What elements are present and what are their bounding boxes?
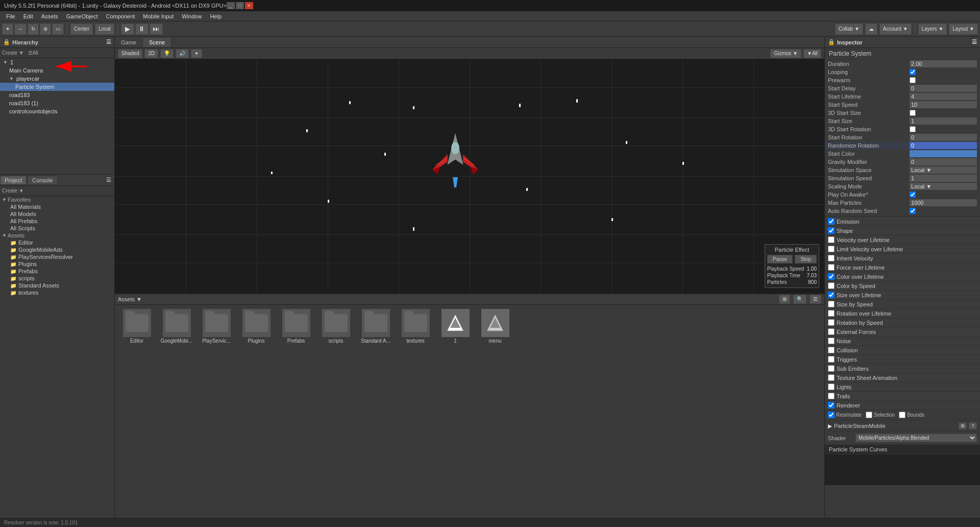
prop-start-size-value[interactable]: 1 bbox=[910, 117, 977, 125]
section-external-forces[interactable]: External Forces bbox=[825, 327, 980, 336]
section-size-by-speed[interactable]: Size by Speed bbox=[825, 299, 980, 308]
section-rotation-by-speed[interactable]: Rotation by Speed bbox=[825, 318, 980, 327]
asset-scripts[interactable]: scripts bbox=[318, 309, 354, 344]
assets-settings-btn[interactable]: ☰ bbox=[810, 295, 821, 304]
component-settings-btn[interactable]: ⚙ bbox=[959, 422, 967, 429]
collision-checkbox[interactable] bbox=[828, 347, 835, 353]
prop-play-on-awake-checkbox[interactable] bbox=[910, 191, 916, 198]
account-button[interactable]: Account ▼ bbox=[879, 23, 912, 35]
menu-file[interactable]: File bbox=[2, 12, 19, 20]
asset-standard[interactable]: Standard A... bbox=[358, 309, 394, 344]
asset-playservices[interactable]: PlayServic... bbox=[199, 309, 234, 344]
hierarchy-create-btn[interactable]: Create ▼ bbox=[2, 50, 24, 56]
rect-tool[interactable]: ▭ bbox=[52, 23, 64, 35]
component-help-btn[interactable]: ? bbox=[969, 422, 977, 429]
all-filter-btn[interactable]: ▼All bbox=[803, 49, 821, 58]
prop-simulation-space-value[interactable]: Local ▼ bbox=[910, 166, 977, 174]
hierarchy-all-filter[interactable]: ☰All bbox=[28, 50, 38, 56]
resimulate-checkbox[interactable] bbox=[828, 412, 835, 418]
shader-dropdown[interactable]: Mobile/Particles/Alpha Blended bbox=[855, 434, 977, 442]
section-inherit-velocity[interactable]: Inherit Velocity bbox=[825, 253, 980, 262]
prop-3d-start-rotation-checkbox[interactable] bbox=[910, 126, 916, 132]
ps-curves-canvas[interactable] bbox=[825, 454, 980, 485]
scene-canvas[interactable]: Particle Effect Pause Stop Playback Spee… bbox=[115, 59, 824, 293]
sol-checkbox[interactable] bbox=[828, 292, 835, 298]
tab-project[interactable]: Project bbox=[0, 176, 27, 185]
hierarchy-menu-icon[interactable]: ☰ bbox=[106, 39, 111, 45]
bounds-checkbox[interactable] bbox=[899, 412, 905, 418]
vol-checkbox[interactable] bbox=[828, 236, 835, 243]
prop-start-color-swatch[interactable] bbox=[910, 150, 977, 157]
2d-button[interactable]: 2D bbox=[144, 49, 158, 58]
lvol-checkbox[interactable] bbox=[828, 246, 835, 252]
rbs-checkbox[interactable] bbox=[828, 319, 835, 326]
tab-scene[interactable]: Scene bbox=[143, 38, 172, 47]
folder-scripts[interactable]: 📁scripts bbox=[0, 275, 114, 282]
col-checkbox[interactable] bbox=[828, 273, 835, 280]
pause-button[interactable]: ⏸ bbox=[135, 23, 149, 35]
favorites-prefabs[interactable]: All Prefabs bbox=[0, 218, 114, 225]
collab-button[interactable]: Collab ▼ bbox=[835, 23, 863, 35]
tsa-checkbox[interactable] bbox=[828, 374, 835, 381]
tree-item-road183[interactable]: road183 bbox=[0, 91, 114, 99]
section-trails[interactable]: Trails bbox=[825, 391, 980, 400]
prop-start-lifetime-value[interactable]: 4 bbox=[910, 93, 977, 100]
folder-prefabs[interactable]: 📁Prefabs bbox=[0, 268, 114, 275]
section-renderer[interactable]: Renderer bbox=[825, 400, 980, 410]
section-collision[interactable]: Collision bbox=[825, 345, 980, 354]
tab-game[interactable]: Game bbox=[115, 38, 143, 47]
shaded-dropdown[interactable]: Shaded bbox=[118, 49, 142, 58]
renderer-checkbox[interactable] bbox=[828, 402, 835, 409]
section-triggers[interactable]: Triggers bbox=[825, 354, 980, 364]
tree-item-root[interactable]: ▼ 1 bbox=[0, 58, 114, 66]
tree-item-road183-1[interactable]: road183 (1) bbox=[0, 99, 114, 107]
local-button[interactable]: Local bbox=[95, 23, 114, 35]
close-button[interactable]: ✕ bbox=[245, 2, 253, 9]
shape-checkbox[interactable] bbox=[828, 227, 835, 234]
menu-help[interactable]: Help bbox=[206, 12, 226, 20]
asset-prefabs[interactable]: Prefabs bbox=[278, 309, 314, 344]
favorites-materials[interactable]: All Materials bbox=[0, 203, 114, 210]
section-rotation-over-lifetime[interactable]: Rotation over Lifetime bbox=[825, 308, 980, 318]
prop-3d-start-size-checkbox[interactable] bbox=[910, 110, 916, 116]
prop-gravity-modifier-value[interactable]: 0 bbox=[910, 158, 977, 165]
folder-textures[interactable]: 📁textures bbox=[0, 289, 114, 296]
triggers-checkbox[interactable] bbox=[828, 356, 835, 363]
audio-button[interactable]: 🔊 bbox=[176, 49, 189, 58]
prop-duration-value[interactable]: 2.00 bbox=[910, 60, 977, 67]
hand-tool[interactable]: ✦ bbox=[2, 23, 13, 35]
fol-checkbox[interactable] bbox=[828, 264, 835, 271]
rotate-tool[interactable]: ↻ bbox=[28, 23, 39, 35]
section-color-by-speed[interactable]: Color by Speed bbox=[825, 281, 980, 290]
asset-googlemobile[interactable]: GoogleMobi... bbox=[159, 309, 194, 344]
assets-search-expand[interactable]: 🔍 bbox=[793, 295, 806, 304]
menu-assets[interactable]: Assets bbox=[37, 12, 62, 20]
step-button[interactable]: ⏭ bbox=[150, 23, 163, 35]
section-limit-velocity[interactable]: Limit Velocity over Lifetime bbox=[825, 244, 980, 253]
pause-button[interactable]: Pause bbox=[767, 255, 793, 264]
menu-window[interactable]: Window bbox=[178, 12, 206, 20]
section-shape[interactable]: Shape bbox=[825, 226, 980, 235]
inspector-menu[interactable]: ☰ bbox=[972, 39, 977, 45]
prop-randomize-rotation-value[interactable]: 0 bbox=[910, 142, 977, 149]
asset-plugins[interactable]: Plugins bbox=[238, 309, 274, 344]
scale-tool[interactable]: ⊕ bbox=[40, 23, 51, 35]
lights-checkbox[interactable] bbox=[828, 384, 835, 390]
sbs-checkbox[interactable] bbox=[828, 301, 835, 307]
resimulate-label[interactable]: Resimulate bbox=[828, 412, 862, 418]
assets-icons-btn[interactable]: ⊞ bbox=[779, 295, 790, 304]
asset-scene-menu[interactable]: menu bbox=[477, 309, 513, 344]
prop-scaling-mode-value[interactable]: Local ▼ bbox=[910, 183, 977, 190]
section-noise[interactable]: Noise bbox=[825, 336, 980, 345]
menu-component[interactable]: Component bbox=[102, 12, 139, 20]
section-texture-sheet[interactable]: Texture Sheet Animation bbox=[825, 373, 980, 382]
effects-button[interactable]: ✦ bbox=[191, 49, 202, 58]
section-emission[interactable]: Emission bbox=[825, 217, 980, 226]
prop-max-particles-value[interactable]: 1000 bbox=[910, 199, 977, 206]
menu-mobile-input[interactable]: Mobile Input bbox=[139, 12, 178, 20]
minimize-button[interactable]: _ bbox=[227, 2, 235, 9]
play-button[interactable]: ▶ bbox=[121, 23, 134, 35]
assets-header[interactable]: ▼ Assets bbox=[0, 232, 114, 239]
maximize-button[interactable]: □ bbox=[236, 2, 244, 9]
gizmos-button[interactable]: Gizmos ▼ bbox=[770, 49, 801, 58]
